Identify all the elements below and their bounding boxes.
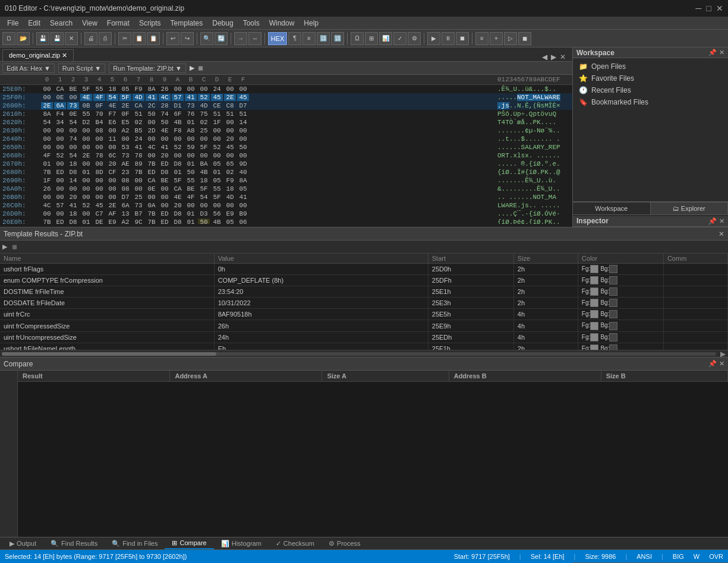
- pause-button[interactable]: ⏸: [442, 32, 455, 45]
- app-title: 010 Editor - C:\reveng\zip_motw\demo\dem…: [5, 4, 184, 12]
- inspector-pin[interactable]: 📌: [708, 217, 717, 225]
- copy-button[interactable]: 📋: [133, 32, 146, 45]
- process-btn[interactable]: ⚙: [408, 32, 421, 45]
- hex-row-2640: 2640h: 00007400001100240000000000002000 …: [0, 135, 572, 143]
- template-close[interactable]: ✕: [718, 230, 724, 238]
- workspace-bookmarked-files[interactable]: 🔖 Bookmarked Files: [575, 96, 726, 108]
- row2-name: enum COMPTYPE frCompression: [0, 275, 214, 286]
- minimize-button[interactable]: ─: [696, 4, 702, 13]
- inspector-close[interactable]: ✕: [719, 217, 724, 225]
- compare-col-size-b: Size B: [601, 371, 727, 382]
- run-template-stop[interactable]: ◼: [198, 64, 203, 72]
- template-row-4[interactable]: DOSDATE frFileDate 10/31/2022 25E3h 2h F…: [0, 298, 728, 309]
- paste-button[interactable]: 📋: [147, 32, 160, 45]
- menu-search[interactable]: Search: [45, 18, 77, 29]
- maximize-button[interactable]: □: [707, 4, 711, 13]
- run-template-btn[interactable]: Run Template: ZIP.bt ▼: [109, 64, 186, 73]
- menu-templates[interactable]: Templates: [166, 18, 208, 29]
- show-chars-button[interactable]: ¶: [288, 32, 301, 45]
- tab-nav-right[interactable]: ▶: [549, 53, 558, 61]
- calc-button[interactable]: 🔢: [331, 32, 344, 45]
- tab-process[interactable]: ⚙ Process: [322, 539, 368, 549]
- template-run-btn[interactable]: ▶: [2, 243, 7, 251]
- template-scroll-right[interactable]: ▶: [718, 350, 728, 358]
- tab-output[interactable]: ▶ Output: [2, 539, 43, 549]
- template-row-8[interactable]: ushort frFileNameLength Eh 25F1h 2h Fg: …: [0, 343, 728, 350]
- row7-comm: [663, 331, 727, 343]
- menu-scripts[interactable]: Scripts: [134, 18, 166, 29]
- template-row-3[interactable]: DOSTIME frFileTime 23:54:20 25E1h 2h Fg:…: [0, 286, 728, 298]
- template-row-2[interactable]: enum COMPTYPE frCompression COMP_DEFLATE…: [0, 275, 728, 286]
- menu-tools[interactable]: Tools: [238, 18, 264, 29]
- script-add-btn[interactable]: +: [490, 32, 503, 45]
- template-stop-btn[interactable]: ◼: [12, 243, 17, 251]
- workspace-close[interactable]: ✕: [719, 49, 724, 56]
- hex-rows-container[interactable]: 25E0h: 00CABE5F551805F98A26000000240000 …: [0, 85, 572, 224]
- menu-file[interactable]: File: [2, 18, 23, 29]
- find-button[interactable]: 🔍: [200, 32, 213, 45]
- cut-button[interactable]: ✂: [118, 32, 131, 45]
- template-scrollbar[interactable]: ▶: [0, 350, 728, 357]
- replace-button[interactable]: 🔄: [215, 32, 228, 45]
- workspace-pin[interactable]: 📌: [708, 49, 717, 56]
- menu-help[interactable]: Help: [299, 18, 323, 29]
- print-button[interactable]: 🖨: [84, 32, 97, 45]
- save-button[interactable]: 💾: [36, 32, 49, 45]
- hex-mode-button[interactable]: HEX: [268, 32, 287, 45]
- menu-format[interactable]: Format: [102, 18, 134, 29]
- play-button[interactable]: ▶: [427, 32, 440, 45]
- close-file-button[interactable]: ✕: [65, 32, 78, 45]
- hex-ascii-2630: .......¢µ-Nø¨%..: [493, 127, 570, 134]
- new-button[interactable]: 🗋: [2, 32, 15, 45]
- save-all-button[interactable]: 💾: [51, 32, 64, 45]
- workspace-recent-files[interactable]: 🕐 Recent Files: [575, 84, 726, 96]
- workspace-favorite-files[interactable]: ⭐ Favorite Files: [575, 72, 726, 84]
- menu-view[interactable]: View: [77, 18, 102, 29]
- menu-window[interactable]: Window: [264, 18, 300, 29]
- run-template-exec[interactable]: ▶: [190, 64, 194, 72]
- script-stop-btn[interactable]: ◼: [518, 32, 531, 45]
- char-table[interactable]: Ω: [351, 32, 364, 45]
- inspector-panel-header: Inspector 📌 ✕: [573, 216, 728, 227]
- open-button[interactable]: 📂: [17, 32, 30, 45]
- compare-close[interactable]: ✕: [719, 360, 724, 368]
- script-run-btn[interactable]: ▷: [504, 32, 517, 45]
- workspace-tab-explorer[interactable]: 🗂 Explorer: [651, 203, 729, 214]
- checksum-btn[interactable]: ✓: [393, 32, 406, 45]
- title-bar: 010 Editor - C:\reveng\zip_motw\demo\dem…: [0, 0, 728, 17]
- tab-histogram[interactable]: 📊 Histogram: [214, 539, 269, 549]
- script-edit-btn[interactable]: ≡: [475, 32, 489, 45]
- compare-btn[interactable]: ⊞: [365, 32, 378, 45]
- stop-button[interactable]: ⏹: [456, 32, 469, 45]
- print2-button[interactable]: ⎙: [99, 32, 112, 45]
- tab-find-in-files[interactable]: 🔍 Find in Files: [105, 539, 165, 549]
- tab-close-all[interactable]: ✕: [558, 53, 568, 61]
- template-row-5[interactable]: uint frCrc 8AF90518h 25E5h 4h Fg: Bg:: [0, 309, 728, 320]
- redo-button[interactable]: ↪: [181, 32, 194, 45]
- ruler-button[interactable]: ≡: [302, 32, 316, 45]
- menu-debug[interactable]: Debug: [207, 18, 238, 29]
- template-row-7[interactable]: uint frUncompressedSize 24h 25EDh 4h Fg:…: [0, 331, 728, 343]
- tab-find-results[interactable]: 🔍 Find Results: [43, 539, 105, 549]
- close-button[interactable]: ✕: [716, 4, 723, 13]
- select-button[interactable]: ↔: [248, 32, 261, 45]
- workspace-tab-workspace[interactable]: Workspace: [573, 203, 651, 214]
- edit-mode-selector[interactable]: Edit As: Hex ▼: [2, 64, 55, 73]
- compare-pin[interactable]: 📌: [708, 360, 717, 368]
- tab-checksum[interactable]: ✓ Checksum: [269, 539, 322, 549]
- run-script-btn[interactable]: Run Script ▼: [58, 64, 105, 73]
- tab-nav-left[interactable]: ◀: [540, 53, 549, 61]
- goto-button[interactable]: →: [234, 32, 247, 45]
- template-row-6[interactable]: uint frCompressedSize 26h 25E9h 4h Fg: B…: [0, 320, 728, 331]
- template-row-1[interactable]: ushort frFlags 0h 25D0h 2h Fg: Bg:: [0, 264, 728, 275]
- compare-label: Compare: [179, 539, 206, 546]
- linenum-button[interactable]: 🔢: [317, 32, 330, 45]
- tab-compare[interactable]: ⊞ Compare: [165, 538, 213, 549]
- template-toolbar: ▶ ◼: [0, 241, 728, 254]
- menu-edit[interactable]: Edit: [23, 18, 45, 29]
- undo-button[interactable]: ↩: [166, 32, 179, 45]
- workspace-open-files[interactable]: 📁 Open Files: [575, 61, 726, 72]
- histogram-btn[interactable]: 📊: [379, 32, 392, 45]
- file-tab-demo[interactable]: demo_original.zip ✕: [2, 49, 74, 61]
- recent-icon: 🕐: [579, 86, 588, 94]
